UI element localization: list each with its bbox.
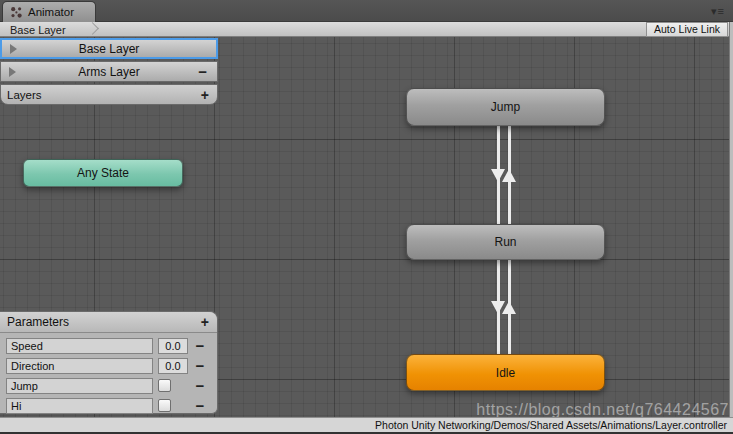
parameter-name-field[interactable]: Jump <box>6 378 153 394</box>
parameter-row-hi: Hi − <box>6 397 212 414</box>
layers-panel-title: Layers <box>7 89 201 101</box>
status-bar: Photon Unity Networking/Demos/Shared Ass… <box>0 417 733 432</box>
state-label: Any State <box>77 166 129 180</box>
auto-live-link-button[interactable]: Auto Live Link <box>646 22 728 37</box>
parameter-row-direction: Direction 0.0 − <box>6 357 212 374</box>
window-menu-icon[interactable]: ▾≡ <box>711 5 725 18</box>
arrow-up-icon <box>502 169 516 182</box>
arrow-up-icon <box>502 301 516 314</box>
breadcrumb-chevron-icon <box>86 22 99 35</box>
parameter-row-speed: Speed 0.0 − <box>6 337 212 354</box>
layer-label: Arms Layer <box>1 65 217 79</box>
layers-panel-header: Layers + <box>0 84 218 105</box>
layer-row-base-layer[interactable]: Base Layer <box>0 38 218 59</box>
parameters-title: Parameters <box>7 315 201 329</box>
remove-parameter-button[interactable]: − <box>188 361 212 371</box>
state-label: Run <box>494 235 516 249</box>
tab-animator[interactable]: Animator <box>2 1 96 22</box>
layer-row-arms-layer[interactable]: Arms Layer − <box>0 61 218 82</box>
parameter-value-field[interactable]: 0.0 <box>158 358 188 374</box>
layer-label: Base Layer <box>2 42 216 56</box>
remove-layer-button[interactable]: − <box>198 67 207 77</box>
animator-window: Animator ▾≡ Base Layer Auto Live Link An… <box>0 0 733 434</box>
state-node-jump[interactable]: Jump <box>406 88 605 126</box>
remove-parameter-button[interactable]: − <box>188 381 212 391</box>
parameter-value-field[interactable]: 0.0 <box>158 338 188 354</box>
state-label: Jump <box>491 100 520 114</box>
parameter-name-field[interactable]: Hi <box>6 398 153 414</box>
tab-label: Animator <box>28 6 74 18</box>
add-parameter-button[interactable]: + <box>201 314 209 330</box>
state-node-run[interactable]: Run <box>406 224 605 260</box>
breadcrumb-bar: Base Layer Auto Live Link <box>0 22 733 37</box>
parameters-header: Parameters + <box>0 312 217 333</box>
animator-icon <box>10 6 23 19</box>
parameter-checkbox[interactable] <box>158 379 171 392</box>
parameter-name-field[interactable]: Speed <box>6 338 153 354</box>
parameter-row-jump: Jump − <box>6 377 212 394</box>
parameters-panel: Parameters + Speed 0.0 − Direction 0.0 −… <box>0 311 218 414</box>
breadcrumb-base-layer[interactable]: Base Layer <box>10 23 66 37</box>
state-node-any-state[interactable]: Any State <box>23 159 183 187</box>
tab-bar: Animator ▾≡ <box>0 0 733 22</box>
parameter-name-field[interactable]: Direction <box>6 358 153 374</box>
state-label: Idle <box>496 366 515 380</box>
remove-parameter-button[interactable]: − <box>188 401 212 411</box>
state-node-idle[interactable]: Idle <box>406 354 605 391</box>
parameter-checkbox[interactable] <box>158 399 171 412</box>
add-layer-button[interactable]: + <box>201 87 209 103</box>
vertical-scrollbar[interactable] <box>729 22 733 417</box>
remove-parameter-button[interactable]: − <box>188 341 212 351</box>
